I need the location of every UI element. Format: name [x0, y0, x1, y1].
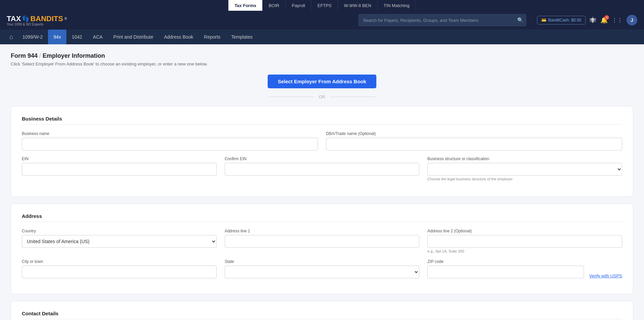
bandit-cash-button[interactable]: 💳 BanditCash: $0.00 [537, 16, 586, 25]
nav-home-button[interactable]: ⌂ [5, 34, 17, 41]
country-select[interactable]: United States of America (US) [22, 235, 217, 248]
zip-input[interactable] [427, 266, 584, 278]
verify-usps-link[interactable]: Verify with USPS [589, 273, 622, 278]
address-line1-group: Address line 1 [225, 229, 420, 253]
or-text: OR [319, 94, 325, 99]
business-details-title: Business Details [22, 116, 622, 125]
business-details-card: Business Details Business name DBA/Trade… [11, 106, 633, 197]
top-nav-tax-forms[interactable]: Tax Forms [228, 0, 263, 11]
address-line2-label: Address line 2 (Optional) [427, 229, 622, 233]
business-name-row: Business name DBA/Trade name (Optional) [22, 131, 622, 150]
nav-item-1099w2[interactable]: 1099/W-2 [17, 30, 48, 44]
business-structure-label: Business structure or classification [427, 156, 622, 161]
page-content: Form 944 / Employer Information Click 'S… [0, 44, 644, 320]
ein-group: EIN [22, 156, 217, 181]
address-row2: City or town State ZIP code Verify with … [22, 259, 622, 278]
city-group: City or town [22, 259, 217, 278]
dba-name-input[interactable] [326, 138, 622, 150]
apps-grid-button[interactable]: ⋮⋮ [612, 17, 623, 24]
top-nav-boir[interactable]: BOIR [263, 0, 286, 11]
dba-name-label: DBA/Trade name (Optional) [326, 131, 622, 136]
top-nav-tin-matching[interactable]: TIN Matching [378, 0, 416, 11]
city-input[interactable] [22, 266, 217, 278]
business-structure-hint: Choose the legal business structure of t… [427, 177, 622, 181]
top-nav-payroll[interactable]: Payroll [286, 0, 312, 11]
contact-details-title: Contact Details [22, 311, 622, 319]
confirm-ein-group: Confirm EIN [225, 156, 420, 181]
nav-item-templates[interactable]: Templates [226, 30, 258, 44]
business-name-input[interactable] [22, 138, 318, 150]
country-group: Country United States of America (US) [22, 229, 217, 253]
logo-tagline: Your 1099 & W2 Experts [7, 22, 67, 26]
section-name: Employer Information [43, 52, 105, 59]
state-group: State [225, 259, 420, 278]
or-divider: OR [268, 94, 376, 99]
state-select[interactable] [225, 266, 420, 278]
main-header: TAX 👣 BANDITS ® Your 1099 & W2 Experts 🔍… [0, 11, 644, 30]
zip-label: ZIP code [427, 259, 622, 264]
address-line2-input[interactable] [427, 235, 622, 248]
top-navigation: Tax Forms BOIR Payroll EFTPS W-9/W-8 BEN… [0, 0, 644, 11]
search-input[interactable] [359, 14, 526, 26]
search-icon-button[interactable]: 🔍 [517, 17, 524, 23]
state-label: State [225, 259, 420, 264]
notification-badge: 0 [604, 15, 609, 20]
nav-item-address-book[interactable]: Address Book [159, 30, 199, 44]
secondary-navigation: ⌂ 1099/W-2 94x 1042 ACA Print and Distri… [0, 30, 644, 44]
business-name-group: Business name [22, 131, 318, 150]
ein-label: EIN [22, 156, 217, 161]
user-avatar-button[interactable]: J [627, 15, 637, 26]
logo: TAX 👣 BANDITS ® Your 1099 & W2 Experts [7, 14, 67, 26]
business-name-label: Business name [22, 131, 318, 136]
zip-group: ZIP code Verify with USPS [427, 259, 622, 278]
notifications-button[interactable]: 🔔 0 [600, 16, 608, 24]
address-line1-label: Address line 1 [225, 229, 420, 233]
ein-input[interactable] [22, 163, 217, 176]
country-label: Country [22, 229, 217, 233]
address-line1-input[interactable] [225, 235, 420, 248]
top-nav-w9w8ben[interactable]: W-9/W-8 BEN [338, 0, 377, 11]
nav-item-1042[interactable]: 1042 [66, 30, 88, 44]
search-container: 🔍 [359, 14, 526, 26]
confirm-ein-input[interactable] [225, 163, 420, 176]
contact-details-card: Contact Details Email address (Optional)… [11, 301, 633, 320]
dba-name-group: DBA/Trade name (Optional) [326, 131, 622, 150]
owl-icon-button[interactable]: 🕷 [590, 16, 596, 24]
page-subtitle: Click 'Select Employer From Address Book… [11, 61, 633, 66]
header-right-controls: 💳 BanditCash: $0.00 🕷 🔔 0 ⋮⋮ J [537, 15, 637, 26]
select-employer-section: Select Employer From Address Book OR [11, 75, 633, 99]
zip-row: Verify with USPS [427, 266, 622, 278]
bandit-cash-label: BanditCash: $0.00 [548, 18, 581, 22]
address-card: Address Country United States of America… [11, 203, 633, 294]
address-section-title: Address [22, 213, 622, 222]
ein-row: EIN Confirm EIN Business structure or cl… [22, 156, 622, 181]
form-name: Form 944 [11, 52, 38, 59]
top-nav-eftps[interactable]: EFTPS [311, 0, 338, 11]
nav-item-reports[interactable]: Reports [199, 30, 226, 44]
address-line2-hint: e.g., Apt 1A, Suite 200 [427, 249, 622, 253]
address-line2-group: Address line 2 (Optional) e.g., Apt 1A, … [427, 229, 622, 253]
title-separator: / [39, 52, 43, 59]
nav-item-94x[interactable]: 94x [48, 30, 66, 44]
business-structure-select[interactable] [427, 163, 622, 176]
select-employer-button[interactable]: Select Employer From Address Book [268, 75, 376, 88]
logo-bandits-text: BANDITS [30, 14, 63, 23]
business-structure-group: Business structure or classification Cho… [427, 156, 622, 181]
confirm-ein-label: Confirm EIN [225, 156, 420, 161]
logo-tax-text: TAX [7, 14, 21, 23]
nav-item-aca[interactable]: ACA [88, 30, 108, 44]
address-row1: Country United States of America (US) Ad… [22, 229, 622, 253]
wallet-icon: 💳 [541, 18, 546, 22]
page-title: Form 944 / Employer Information [11, 52, 633, 59]
nav-item-print-distribute[interactable]: Print and Distribute [108, 30, 159, 44]
city-label: City or town [22, 259, 217, 264]
